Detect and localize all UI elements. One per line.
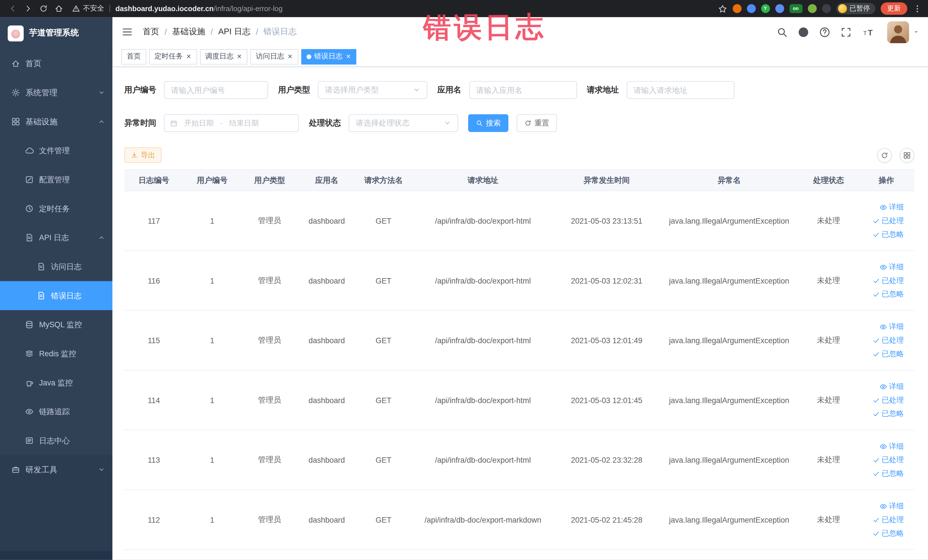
filter-label: 处理状态 [309, 118, 341, 128]
font-size-icon[interactable]: TT [862, 26, 875, 37]
browser-menu-icon[interactable] [913, 4, 922, 13]
cell-app-name: dashboard [298, 490, 355, 550]
processed-link[interactable]: 已处理 [872, 395, 904, 405]
eye-icon [879, 383, 887, 390]
search-icon [476, 119, 483, 127]
column-visibility-button[interactable] [899, 148, 914, 163]
reload-button[interactable] [37, 2, 50, 15]
extension-paw-icon[interactable] [822, 4, 831, 13]
extension-green-circle-icon[interactable]: Y [761, 4, 770, 13]
detail-link[interactable]: 详细 [879, 381, 904, 391]
sidebar-item[interactable]: 定时任务 [0, 194, 112, 223]
detail-link[interactable]: 详细 [879, 202, 904, 212]
extension-orange-icon[interactable] [732, 4, 741, 13]
process-status-select[interactable]: 请选择处理状态 [349, 114, 458, 132]
sidebar-item[interactable]: 配置管理 [0, 165, 112, 194]
svg-text:T: T [868, 28, 873, 37]
sidebar-item[interactable]: 系统管理 [0, 78, 112, 107]
sidebar-item[interactable]: 文件管理 [0, 136, 112, 165]
refresh-button[interactable] [877, 148, 892, 163]
sidebar-item[interactable]: 研发工具 [0, 455, 112, 484]
tags-view-tab[interactable]: 调度日志× [200, 49, 247, 64]
ignored-link[interactable]: 已忽略 [872, 528, 904, 538]
detail-link[interactable]: 详细 [879, 262, 904, 272]
search-icon[interactable] [777, 26, 788, 37]
export-button[interactable]: 导出 [124, 148, 162, 163]
cell-user-type: 管理员 [241, 191, 298, 251]
date-range-picker[interactable]: - [164, 114, 299, 132]
bookmark-star-icon[interactable] [717, 4, 727, 13]
ignored-link[interactable]: 已忽略 [872, 349, 904, 359]
profile-paused-badge[interactable]: 已暂停 [836, 3, 875, 14]
home-button[interactable] [52, 2, 66, 15]
close-icon[interactable]: × [186, 53, 191, 61]
tags-view-tab[interactable]: 定时任务× [149, 49, 197, 64]
user-type-select[interactable]: 请选择用户类型 [318, 81, 427, 99]
search-button[interactable]: 搜索 [468, 114, 508, 132]
extension-on-badge-icon[interactable]: on [789, 4, 803, 13]
check-icon [872, 336, 880, 344]
sidebar-item[interactable]: 访问日志 [0, 252, 112, 281]
address-bar[interactable]: 不安全 dashboard.yudao.iocoder.cn/infra/log… [72, 3, 711, 14]
processed-link[interactable]: 已处理 [872, 276, 904, 285]
tags-view-tab[interactable]: 首页 [121, 49, 146, 64]
sidebar-item[interactable]: 基础设施 [0, 107, 112, 136]
processed-link[interactable]: 已处理 [872, 455, 904, 465]
ignored-link[interactable]: 已忽略 [872, 289, 904, 299]
processed-link[interactable]: 已处理 [872, 335, 904, 345]
filter-row-1: 用户编号 用户类型 请选择用户类型 应用名 [124, 81, 914, 99]
processed-link[interactable]: 已处理 [872, 515, 904, 525]
user-id-input[interactable] [164, 81, 268, 99]
sidebar-item[interactable]: MySQL 监控 [0, 310, 112, 339]
github-icon[interactable] [798, 26, 809, 37]
ignored-link[interactable]: 已忽略 [872, 229, 904, 240]
sidebar-item[interactable]: 首页 [0, 49, 112, 78]
home-icon [55, 4, 63, 13]
extension-grid-icon[interactable] [775, 4, 784, 13]
help-icon[interactable] [819, 26, 830, 37]
extension-leaf-icon[interactable] [807, 4, 817, 13]
sidebar-item[interactable]: API 日志 [0, 223, 112, 252]
security-chip[interactable]: 不安全 [72, 3, 104, 14]
column-header: 异常名 [659, 169, 799, 191]
start-date-input[interactable] [180, 119, 217, 127]
ignored-link[interactable]: 已忽略 [872, 409, 904, 419]
breadcrumb-item[interactable]: 基础设施 [172, 26, 205, 37]
browser-update-button[interactable]: 更新 [881, 2, 907, 15]
cell-status: 未处理 [799, 251, 858, 311]
cell-time: 2021-05-02 23:32:28 [554, 430, 659, 490]
close-icon[interactable]: × [345, 53, 351, 61]
close-icon[interactable]: × [237, 53, 242, 61]
close-icon[interactable]: × [287, 53, 293, 61]
detail-link[interactable]: 详细 [879, 441, 904, 451]
forward-button[interactable] [21, 2, 35, 15]
end-date-input[interactable] [226, 119, 263, 127]
user-menu[interactable] [887, 21, 919, 43]
ignored-link[interactable]: 已忽略 [872, 468, 904, 478]
logo-image [8, 25, 24, 41]
processed-link[interactable]: 已处理 [872, 216, 904, 226]
reset-button[interactable]: 重置 [517, 114, 557, 132]
sidebar-item[interactable]: Redis 监控 [0, 339, 112, 368]
sidebar-item[interactable]: 日志中心 [0, 426, 112, 455]
detail-link[interactable]: 详细 [879, 322, 904, 332]
hamburger-icon[interactable] [121, 26, 133, 38]
app-logo[interactable]: 芋道管理系统 [0, 17, 112, 49]
back-button[interactable] [6, 2, 20, 15]
sidebar-item[interactable]: 链路追踪 [0, 397, 112, 426]
table-row: 1151管理员dashboardGET/api/infra/db-doc/exp… [124, 310, 914, 370]
cell-status: 未处理 [799, 430, 858, 490]
sidebar-item[interactable]: Java 监控 [0, 368, 112, 397]
extension-blue-icon[interactable] [746, 4, 756, 13]
breadcrumb-item[interactable]: 首页 [143, 26, 159, 37]
tags-view-tab[interactable]: 错误日志× [301, 49, 357, 64]
app-name-input[interactable] [469, 81, 577, 99]
filter-label: 用户类型 [278, 85, 310, 95]
fullscreen-icon[interactable] [840, 26, 852, 37]
detail-link[interactable]: 详细 [879, 501, 904, 511]
sidebar-item[interactable]: 错误日志 [0, 281, 112, 310]
request-url-input[interactable] [626, 81, 734, 99]
chevron-down-icon [444, 119, 451, 127]
breadcrumb-item[interactable]: API 日志 [218, 26, 250, 37]
tags-view-tab[interactable]: 访问日志× [250, 49, 298, 64]
